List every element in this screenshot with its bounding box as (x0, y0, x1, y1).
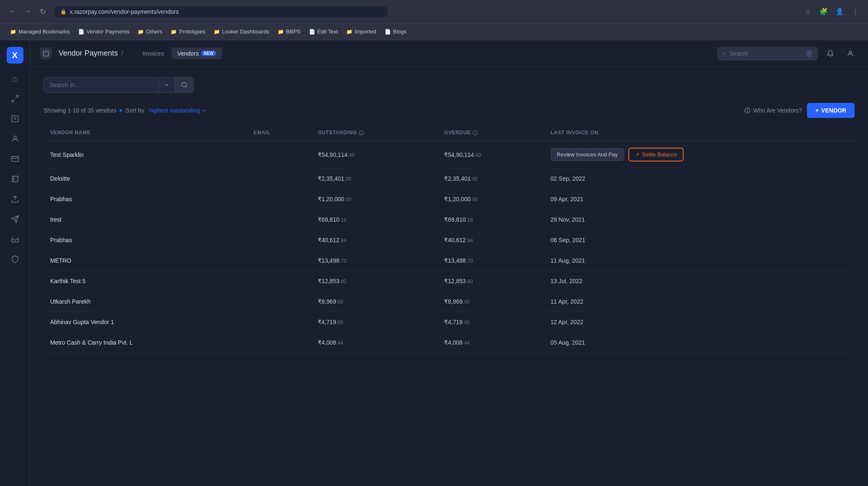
last-invoice-date: 29 Nov, 2021 (551, 216, 585, 223)
sidebar-item-send[interactable] (7, 211, 23, 228)
bookmark-others[interactable]: 📁 Others (134, 27, 166, 36)
who-vendors-button[interactable]: Who Are Vendors? (744, 107, 802, 114)
last-invoice-date: 06 Sep, 2021 (551, 237, 585, 243)
vendor-last-invoice: 09 Apr, 2021 (544, 189, 855, 210)
outstanding-decimal: .84 (340, 238, 347, 243)
bookmark-imported[interactable]: 📁 Imported (343, 27, 379, 36)
search-dropdown-button[interactable] (158, 78, 175, 92)
bookmark-prototypes[interactable]: 📁 Prototypes (167, 27, 208, 36)
notifications-button[interactable] (823, 46, 838, 61)
filter-bar (43, 77, 855, 93)
sidebar-item-users[interactable] (7, 130, 23, 147)
sort-value: highest outstanding (149, 107, 200, 114)
settle-balance-button[interactable]: ↗Settle Balance (628, 148, 684, 161)
vendor-payments-icon (40, 48, 52, 59)
search-submit-button[interactable] (175, 77, 194, 92)
back-button[interactable]: ← (7, 6, 18, 18)
extensions-button[interactable]: 🧩 (818, 6, 830, 18)
bookmark-edit-text[interactable]: 📄 Edit Text (306, 27, 342, 36)
sidebar-item-shield[interactable] (7, 251, 23, 268)
header-search-input[interactable] (730, 50, 803, 57)
folder-icon: 📁 (171, 29, 177, 35)
overdue-info-icon (472, 130, 478, 136)
sidebar-item-cards[interactable] (7, 151, 23, 167)
settle-icon: ↗ (635, 151, 640, 158)
url-text: x.razorpay.com/vendor-payments/vendors (70, 8, 179, 15)
table-row[interactable]: Abhinav Gupta Vendor 1₹4,719.00₹4,719.00… (43, 312, 855, 333)
svg-point-22 (361, 133, 362, 134)
vendor-email (247, 210, 311, 230)
profile-button[interactable]: 👤 (834, 6, 845, 18)
table-row[interactable]: Karthik Test 5₹12,853.80₹12,853.8013 Jul… (43, 271, 855, 292)
table-row[interactable]: Utkarsh Parekh₹8,969.00₹8,969.0011 Apr, … (43, 292, 855, 312)
menu-button[interactable]: ⋮ (850, 6, 861, 18)
table-row[interactable]: METRO₹13,498.70₹13,498.7011 Aug, 2021 (43, 251, 855, 271)
vendor-last-invoice: 05 Aug, 2021 (544, 333, 855, 353)
bookmark-label: Others (146, 28, 162, 35)
last-invoice-date: 13 Jul, 2022 (551, 278, 582, 284)
address-bar[interactable]: 🔒 x.razorpay.com/vendor-payments/vendors (54, 6, 388, 18)
lock-icon: 🔒 (60, 9, 66, 15)
bookmark-looker[interactable]: 📁 Looker Dashboards (210, 27, 273, 36)
search-icon (723, 50, 726, 57)
vendor-last-invoice: 11 Aug, 2021 (544, 251, 855, 271)
sort-button[interactable]: Sort by highest outstanding (125, 107, 207, 114)
add-vendor-button[interactable]: + VENDOR (807, 103, 855, 118)
sidebar-item-documents[interactable] (7, 110, 23, 127)
outstanding-decimal: .18 (340, 217, 347, 223)
tab-invoices[interactable]: Invoices (137, 48, 170, 59)
table-row[interactable]: trest₹69,810.18₹69,810.1829 Nov, 2021 (43, 210, 855, 230)
bookmark-star-button[interactable]: ☆ (802, 6, 814, 18)
sort-prefix: Sort by (125, 107, 144, 114)
vendor-email (247, 271, 311, 292)
search-input[interactable] (44, 77, 158, 92)
bookmark-label: Vendor Payments (87, 28, 130, 35)
table-row[interactable]: Prabhas₹40,612.84₹40,612.8406 Sep, 2021 (43, 230, 855, 251)
vendor-overdue: ₹8,969.00 (437, 292, 544, 312)
nav-tabs: Invoices Vendors NEW (137, 48, 222, 59)
folder-icon: 📁 (214, 29, 220, 35)
tab-invoices-label: Invoices (143, 50, 164, 57)
bookmark-blogs[interactable]: 📄 Blogs (381, 27, 410, 36)
table-row[interactable]: Deloitte₹2,35,401.00₹2,35,401.0002 Sep, … (43, 169, 855, 189)
vendor-overdue: ₹69,810.18 (437, 210, 544, 230)
table-row[interactable]: Metro Cash & Carry India Pvt. L₹4,008.44… (43, 333, 855, 353)
header-right: / (717, 46, 858, 61)
table-body: Test Sparklin₹54,90,114.40₹54,90,114.40 … (43, 141, 855, 353)
sidebar-item-inbox[interactable] (7, 231, 23, 248)
sidebar-item-notebook[interactable] (7, 171, 23, 187)
sidebar-item-upload[interactable] (7, 191, 23, 207)
reload-button[interactable]: ↻ (37, 6, 49, 18)
outstanding-decimal: .70 (340, 258, 347, 264)
sidebar-item-expand[interactable] (7, 90, 23, 107)
sidebar-item-home[interactable]: ⌂ (7, 70, 23, 87)
vendor-overdue: ₹40,612.84 (437, 230, 544, 251)
new-badge: NEW (201, 51, 216, 56)
bookmark-bbps[interactable]: 📁 BBPS (274, 27, 304, 36)
review-invoices-button[interactable]: Review Invoices And Pay (551, 148, 624, 161)
header-search-bar[interactable]: / (717, 47, 818, 60)
forward-button[interactable]: → (22, 6, 33, 18)
user-icon (847, 50, 854, 57)
vendor-overdue: ₹4,008.44 (437, 333, 544, 353)
vendor-last-invoice: 11 Apr, 2022 (544, 292, 855, 312)
bookmarks-bar: 📁 Managed Bookmarks 📄 Vendor Payments 📁 … (0, 23, 868, 40)
table-row[interactable]: Test Sparklin₹54,90,114.40₹54,90,114.40 … (43, 141, 855, 169)
last-invoice-date: 12 Apr, 2022 (551, 319, 584, 325)
last-invoice-date: 09 Apr, 2021 (551, 196, 584, 202)
breadcrumb-title: Vendor Payments (59, 49, 118, 58)
bookmark-label: Imported (355, 28, 376, 35)
profile-button[interactable] (843, 46, 858, 61)
vendor-last-invoice: 12 Apr, 2022 (544, 312, 855, 333)
status-dot (120, 109, 122, 112)
bookmark-vendor-payments[interactable]: 📄 Vendor Payments (75, 27, 133, 36)
bookmark-managed-bookmarks[interactable]: 📁 Managed Bookmarks (7, 27, 73, 36)
browser-bar: ← → ↻ 🔒 x.razorpay.com/vendor-payments/v… (0, 0, 868, 23)
folder-icon: 📁 (138, 29, 144, 35)
tab-vendors[interactable]: Vendors NEW (171, 48, 222, 59)
sidebar-logo[interactable]: X (7, 47, 23, 64)
overdue-main: ₹12,853 (444, 278, 466, 284)
breadcrumb: Vendor Payments / (59, 49, 123, 58)
vendor-email (247, 189, 311, 210)
table-row[interactable]: Prabhas₹1,20,000.00₹1,20,000.0009 Apr, 2… (43, 189, 855, 210)
